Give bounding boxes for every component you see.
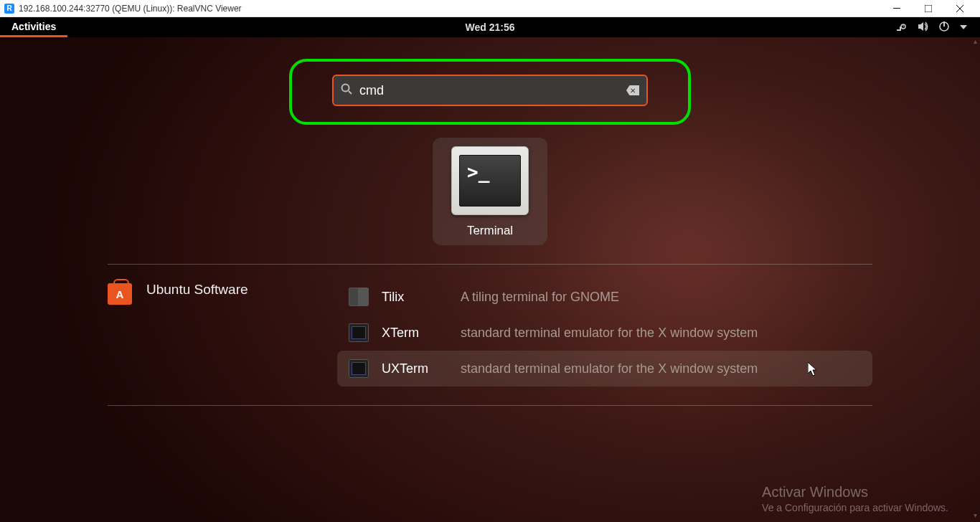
power-icon[interactable] [938, 21, 950, 34]
mouse-cursor [808, 362, 819, 379]
software-item-desc: A tiling terminal for GNOME [461, 290, 619, 305]
section-divider [108, 264, 872, 265]
svg-rect-4 [897, 29, 900, 31]
clock[interactable]: Wed 21:56 [466, 22, 515, 33]
section-divider [108, 405, 872, 406]
search-bar[interactable]: ✕ [332, 75, 648, 106]
svg-text:?: ? [903, 24, 905, 29]
watermark-line2: Ve a Configuración para activar Windows. [762, 502, 948, 513]
accessibility-icon[interactable]: ? [895, 21, 907, 34]
software-item-uxterm[interactable]: UXTerm standard terminal emulator for th… [337, 351, 872, 386]
software-item-name: Tilix [382, 290, 448, 305]
clear-search-button[interactable]: ✕ [626, 85, 639, 95]
software-item-tilix[interactable]: Tilix A tiling terminal for GNOME [337, 279, 872, 315]
svg-marker-8 [918, 22, 923, 31]
terminal-prompt-glyph: >_ [459, 155, 521, 207]
ubuntu-software-icon [108, 283, 132, 305]
software-results-list: Tilix A tiling terminal for GNOME XTerm … [337, 279, 872, 386]
svg-marker-14 [808, 362, 816, 376]
svg-rect-10 [943, 22, 945, 27]
watermark-line1: Activar Windows [762, 484, 948, 500]
system-tray[interactable]: ? [895, 21, 980, 34]
svg-point-12 [342, 85, 349, 92]
minimize-button[interactable] [881, 0, 913, 17]
svg-marker-11 [960, 25, 967, 29]
search-icon [341, 83, 352, 98]
software-section-title: Ubuntu Software [146, 282, 248, 298]
software-item-name: UXTerm [382, 361, 448, 376]
software-item-desc: standard terminal emulator for the X win… [461, 361, 758, 376]
svg-rect-1 [925, 5, 932, 12]
software-item-name: XTerm [382, 326, 448, 341]
volume-icon[interactable] [917, 21, 928, 34]
maximize-button[interactable] [913, 0, 944, 17]
search-input[interactable] [359, 83, 626, 98]
tilix-icon [349, 288, 369, 306]
app-result-label: Terminal [467, 224, 513, 238]
activities-label: Activities [11, 21, 56, 32]
uxterm-icon [349, 359, 369, 378]
xterm-icon [349, 323, 369, 342]
windows-activation-watermark: Activar Windows Ve a Configuración para … [762, 484, 948, 513]
terminal-icon: >_ [451, 146, 529, 215]
chevron-down-icon[interactable] [960, 22, 967, 33]
scrollbar-down[interactable]: ▾ [974, 511, 977, 519]
close-button[interactable] [944, 0, 976, 17]
svg-line-13 [349, 91, 352, 94]
gnome-topbar: Activities Wed 21:56 ? [0, 17, 980, 37]
search-highlight-annotation: ✕ [289, 59, 691, 125]
app-result-terminal[interactable]: >_ Terminal [433, 138, 547, 245]
svg-rect-0 [893, 8, 900, 9]
realvnc-icon: R [4, 4, 14, 14]
ubuntu-desktop: Activities Wed 21:56 ? [0, 17, 980, 522]
software-item-desc: standard terminal emulator for the X win… [461, 326, 758, 341]
host-window-titlebar: R 192.168.100.244:32770 (QEMU (Linux)): … [0, 0, 980, 17]
software-item-xterm[interactable]: XTerm standard terminal emulator for the… [337, 315, 872, 351]
host-window-title: 192.168.100.244:32770 (QEMU (Linux)): Re… [19, 4, 242, 14]
activities-button[interactable]: Activities [0, 17, 67, 37]
